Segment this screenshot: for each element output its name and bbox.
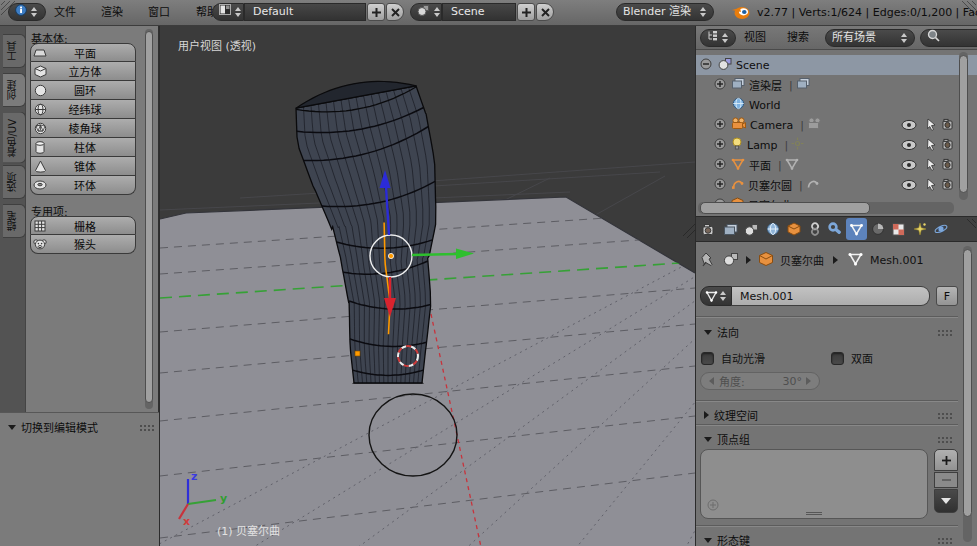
drag-dots-icon[interactable] — [139, 424, 154, 431]
screen-layout-browse-button[interactable] — [212, 3, 244, 21]
scene-browse-button[interactable] — [410, 3, 442, 21]
add-torus-button[interactable]: 环体 — [30, 176, 136, 195]
mesh-datablock-browse-button[interactable] — [700, 286, 732, 306]
auto-smooth-angle-slider[interactable]: 角度: 30° — [700, 372, 820, 390]
tab-render-layers-icon[interactable] — [720, 218, 741, 240]
scrollbar-thumb[interactable] — [145, 31, 153, 403]
object-cube-icon[interactable] — [758, 251, 774, 270]
pin-icon[interactable] — [700, 251, 715, 270]
expand-icon[interactable] — [714, 118, 726, 133]
panel-header-shape-keys[interactable]: 形态键 — [704, 532, 952, 546]
add-grid-button[interactable]: 栅格 — [30, 216, 136, 235]
tab-object-icon[interactable] — [783, 218, 804, 240]
outliner-row-bezier-curve-partial[interactable]: 贝塞尔曲 — [696, 195, 958, 202]
tool-shelf: 工具 创建 着色/UV 选项 蜡笔 基本体: 平面 立方体 圆环 经纬球 棱角球… — [0, 26, 159, 546]
mesh-name-field[interactable]: Mesh.001 — [732, 286, 930, 306]
scene-name-field[interactable]: Scene — [442, 3, 516, 21]
tab-shading-uv[interactable]: 着色/UV — [3, 112, 26, 164]
add-layout-button[interactable] — [367, 3, 385, 21]
outliner-hscrollbar[interactable] — [698, 202, 954, 214]
menu-window[interactable]: 窗口 — [148, 0, 170, 25]
panel-header-texture-space[interactable]: 纹理空间 — [704, 407, 952, 423]
tab-tools[interactable]: 工具 — [3, 34, 26, 68]
scene-icon — [718, 57, 732, 73]
tab-constraints-icon[interactable] — [804, 218, 825, 240]
add-cone-button[interactable]: 锥体 — [30, 157, 136, 176]
collapse-icon[interactable] — [700, 58, 712, 73]
menu-render[interactable]: 渲染 — [101, 0, 123, 25]
expand-icon[interactable] — [714, 138, 726, 153]
axis-z-label: z — [191, 470, 197, 483]
properties-vscrollbar[interactable] — [963, 246, 972, 542]
viewport-3d[interactable]: 用户视图 (透视) z y x (1) 贝塞尔曲 — [160, 26, 695, 546]
list-resize-grip[interactable] — [806, 512, 822, 515]
window-corner-hatch[interactable] — [962, 1, 976, 15]
tab-modifiers-icon[interactable] — [825, 218, 846, 240]
drag-dots-icon[interactable] — [937, 412, 952, 419]
expand-icon[interactable] — [714, 158, 726, 173]
render-engine-dropdown[interactable]: Blender 渲染 — [616, 3, 714, 21]
scrollbar-thumb[interactable] — [963, 249, 972, 517]
vertex-groups-list[interactable] — [700, 449, 928, 519]
drag-dots-icon[interactable] — [937, 329, 952, 336]
double-sided-option[interactable]: 双面 — [831, 350, 873, 366]
add-cylinder-button[interactable]: 柱体 — [30, 138, 136, 157]
tab-object-data-icon[interactable] — [846, 218, 867, 240]
tab-material-icon[interactable] — [867, 218, 888, 240]
region-corner-hatch[interactable] — [964, 219, 976, 231]
outliner-menu-view[interactable]: 视图 — [744, 26, 766, 50]
slider-left-arrow-icon[interactable] — [709, 377, 714, 385]
tab-particles-icon[interactable] — [909, 218, 930, 240]
drag-dots-icon[interactable] — [937, 436, 952, 443]
tab-create[interactable]: 创建 — [3, 73, 26, 107]
add-circle-button[interactable]: 圆环 — [30, 81, 136, 100]
expand-icon[interactable] — [714, 178, 726, 193]
tab-render-icon[interactable] — [699, 218, 720, 240]
slider-right-arrow-icon[interactable] — [806, 377, 811, 385]
double-sided-checkbox[interactable] — [831, 352, 844, 365]
editor-type-button[interactable] — [700, 29, 736, 47]
tab-scene-icon[interactable] — [741, 218, 762, 240]
tab-texture-icon[interactable] — [888, 218, 909, 240]
auto-smooth-option[interactable]: 自动光滑 — [701, 350, 765, 366]
panel-header-normals[interactable]: 法向 — [704, 324, 952, 340]
tab-options[interactable]: 选项 — [3, 165, 26, 199]
tab-world-icon[interactable] — [762, 218, 783, 240]
add-cube-button[interactable]: 立方体 — [30, 62, 136, 81]
outliner-search-field[interactable] — [920, 29, 977, 47]
redo-panel-header[interactable]: 切换到编辑模式 — [8, 419, 154, 435]
region-corner-hatch[interactable] — [683, 224, 695, 238]
add-uvsphere-button[interactable]: 经纬球 — [30, 100, 136, 119]
add-monkey-button[interactable]: 猴头 — [30, 235, 136, 254]
add-plane-button[interactable]: 平面 — [30, 43, 136, 62]
auto-smooth-checkbox[interactable] — [701, 352, 714, 365]
mesh-data-icon[interactable] — [847, 252, 864, 269]
close-scene-button[interactable] — [536, 3, 554, 21]
fake-user-button[interactable]: F — [936, 286, 958, 306]
breadcrumb-data-name[interactable]: Mesh.001 — [870, 254, 923, 267]
drag-dots-icon[interactable] — [937, 537, 952, 544]
panel-header-vertex-groups[interactable]: 顶点组 — [704, 431, 952, 447]
add-vertex-group-button[interactable] — [934, 449, 958, 471]
add-scene-button[interactable] — [517, 3, 535, 21]
close-layout-button[interactable] — [386, 3, 404, 21]
vertex-group-specials-button[interactable] — [934, 489, 958, 513]
add-icosphere-button[interactable]: 棱角球 — [30, 119, 136, 138]
properties-editor: 贝塞尔曲 Mesh.001 Mesh.001 F 法向 自动光滑 — [696, 242, 977, 546]
breadcrumb-object-name[interactable]: 贝塞尔曲 — [780, 252, 824, 268]
scrollbar-thumb[interactable] — [700, 202, 870, 214]
outliner-vscrollbar[interactable] — [959, 52, 968, 200]
tab-grease-pencil[interactable]: 蜡笔 — [3, 204, 26, 238]
tool-shelf-scrollbar[interactable] — [145, 29, 153, 409]
menu-file[interactable]: 文件 — [54, 0, 76, 25]
tab-physics-icon[interactable] — [930, 218, 951, 240]
screen-layout-name-field[interactable]: Default — [244, 3, 366, 21]
expand-icon[interactable] — [714, 78, 726, 93]
restrict-toggles[interactable] — [902, 119, 952, 190]
scene-icon[interactable] — [723, 252, 739, 269]
outliner-menu-search[interactable]: 搜索 — [787, 26, 809, 50]
scrollbar-thumb[interactable] — [959, 55, 968, 193]
editor-type-button[interactable] — [8, 3, 46, 21]
outliner-filter-dropdown[interactable]: 所有场景 — [825, 29, 915, 47]
remove-vertex-group-button[interactable] — [934, 472, 958, 488]
